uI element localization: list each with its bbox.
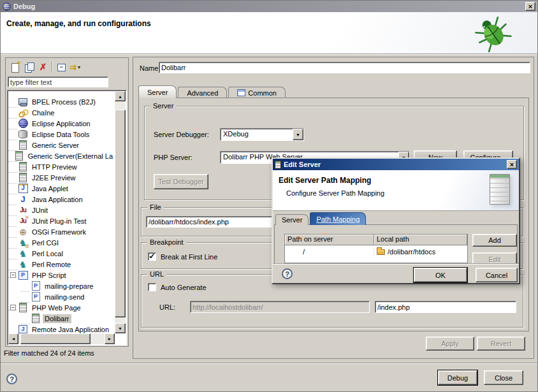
- tree-item-label: mailing-prepare: [43, 282, 95, 291]
- scroll-up-icon[interactable]: ▲: [115, 91, 126, 101]
- eclipse-logo-icon: [3, 3, 11, 11]
- server-icon: [31, 314, 41, 324]
- close-button[interactable]: Close: [484, 370, 523, 385]
- perl-icon: [18, 249, 28, 259]
- tree-collapse-icon[interactable]: −: [10, 305, 16, 310]
- test-debugger-button[interactable]: Test Debugger: [154, 174, 208, 189]
- tree-item-j2ee-preview[interactable]: J2EE Preview: [8, 172, 115, 183]
- tree-item-label: Generic Server: [30, 141, 81, 150]
- name-label: Name:: [140, 64, 160, 72]
- collapse-all-icon[interactable]: [55, 62, 66, 73]
- auto-generate-checkbox[interactable]: [148, 283, 156, 291]
- tree-item-junit-plug-in-test[interactable]: JUnit Plug-in Test: [8, 215, 115, 226]
- scroll-down-icon[interactable]: ▼: [115, 323, 126, 333]
- tree-item-generic-server-external-la[interactable]: Generic Server(External La: [8, 150, 115, 161]
- filter-icon[interactable]: [69, 62, 80, 73]
- vertical-scroll-thumb[interactable]: [115, 110, 126, 317]
- tree-item-cha-ne[interactable]: Chaîne: [8, 107, 115, 118]
- duplicate-icon[interactable]: [24, 62, 34, 73]
- tree-item-generic-server[interactable]: Generic Server: [8, 140, 115, 150]
- dialog-tab-path-mapping[interactable]: Path Mapping: [310, 212, 366, 225]
- dialog-heading: Edit Server Path Mapping: [273, 170, 519, 185]
- dialog-tab-server[interactable]: Server: [275, 214, 309, 225]
- toolbar-separator: [52, 62, 52, 72]
- delete-icon[interactable]: [38, 62, 48, 73]
- tree-vertical-scrollbar[interactable]: ▲ ▼: [115, 91, 126, 333]
- tree-item-dolibarr[interactable]: Dolibarr: [8, 313, 115, 324]
- filter-input[interactable]: [8, 76, 108, 87]
- tree-item-mailing-prepare[interactable]: mailing-prepare: [8, 280, 115, 291]
- ok-button[interactable]: OK: [414, 268, 467, 282]
- dialog-titlebar: Edit Server: [273, 159, 519, 170]
- dialog-help-icon[interactable]: ?: [282, 268, 293, 279]
- php-file-icon: [31, 281, 41, 291]
- tree-item-java-application[interactable]: Java Application: [8, 194, 115, 205]
- column-path-on-server[interactable]: Path on server: [285, 235, 374, 245]
- filter-status-text: Filter matched 24 of 24 items: [4, 349, 94, 357]
- tree-item-label: J2EE Preview: [30, 173, 77, 182]
- table-row[interactable]: / /dolibarr/htdocs: [285, 245, 467, 258]
- url-label: URL:: [159, 303, 175, 311]
- tree-item-java-applet[interactable]: Java Applet: [8, 183, 115, 194]
- column-local-path[interactable]: Local path: [374, 235, 467, 245]
- break-first-line-checkbox[interactable]: [148, 252, 156, 261]
- tree-item-perl-remote[interactable]: Perl Remote: [8, 259, 115, 270]
- tree-item-label: PHP Web Page: [30, 303, 83, 312]
- tab-advanced[interactable]: Advanced: [178, 87, 227, 98]
- tree-item-label: mailing-send: [43, 293, 86, 301]
- window-close-icon[interactable]: [525, 2, 535, 11]
- tree-item-http-preview[interactable]: HTTP Preview: [8, 161, 115, 172]
- name-input[interactable]: [159, 62, 530, 73]
- php-file-icon: [31, 292, 41, 302]
- new-config-icon[interactable]: [10, 62, 20, 73]
- help-icon[interactable]: ?: [6, 374, 17, 384]
- tree-collapse-icon[interactable]: −: [10, 272, 16, 278]
- tree-item-remote-java-application[interactable]: Remote Java Application: [8, 324, 115, 333]
- server-icon: [18, 140, 28, 150]
- bug-icon: [475, 14, 512, 52]
- revert-button[interactable]: Revert: [477, 337, 525, 351]
- server-icon: [18, 173, 28, 183]
- tree-item-bpel-process-b2j[interactable]: BPEL Process (B2J): [8, 96, 115, 107]
- tree-item-osgi-framework[interactable]: OSGi Framework: [8, 226, 115, 237]
- break-first-line-label: Break at First Line: [161, 253, 217, 261]
- tree-item-label: Perl CGI: [30, 238, 61, 247]
- server-icon: [18, 162, 28, 172]
- dialog-header: Edit Server Path Mapping Configure Serve…: [273, 170, 519, 211]
- server-icon: [14, 151, 24, 161]
- url-path-input[interactable]: [375, 301, 516, 313]
- junit-plugin-icon: [18, 216, 28, 226]
- add-mapping-button[interactable]: Add: [472, 234, 517, 247]
- banner-title: Create, manage, and run configurations: [1, 12, 537, 28]
- scroll-right-icon[interactable]: ►: [105, 333, 115, 344]
- tree-item-perl-cgi[interactable]: Perl CGI: [8, 237, 115, 248]
- tree-horizontal-scrollbar[interactable]: ◄ ►: [8, 333, 115, 344]
- tree-item-eclipse-application[interactable]: Eclipse Application: [8, 118, 115, 129]
- tree-item-junit[interactable]: JUnit: [8, 205, 115, 215]
- osgi-icon: [18, 227, 28, 237]
- tree-item-eclipse-data-tools[interactable]: Eclipse Data Tools: [8, 129, 115, 140]
- debug-button[interactable]: Debug: [438, 370, 477, 385]
- tree-item-php-web-page[interactable]: −PHP Web Page: [8, 302, 115, 313]
- server-tower-icon: [490, 174, 510, 205]
- chevron-down-icon[interactable]: [293, 129, 303, 140]
- dialog-close-icon[interactable]: [507, 160, 517, 169]
- tree-item-perl-local[interactable]: Perl Local: [8, 248, 115, 259]
- tab-server[interactable]: Server: [138, 85, 177, 98]
- cancel-button[interactable]: Cancel: [476, 268, 518, 282]
- tree-item-mailing-send[interactable]: mailing-send: [8, 291, 115, 302]
- remote-java-icon: [18, 324, 28, 334]
- tree-item-php-script[interactable]: −PHP Script: [8, 270, 115, 280]
- tab-common[interactable]: Common: [228, 87, 286, 98]
- database-icon: [18, 129, 28, 140]
- php-server-label: PHP Server:: [154, 154, 193, 161]
- file-group-label: File: [147, 203, 164, 211]
- url-base-input: [190, 301, 370, 313]
- configurations-panel: BPEL Process (B2J)ChaîneEclipse Applicat…: [5, 57, 129, 347]
- tree-item-label: Chaîne: [30, 108, 56, 117]
- apply-button[interactable]: Apply: [426, 337, 474, 351]
- scroll-left-icon[interactable]: ◄: [8, 333, 18, 344]
- server-debugger-select[interactable]: XDebug: [220, 128, 304, 141]
- auto-generate-label: Auto Generate: [161, 284, 207, 291]
- horizontal-scroll-thumb[interactable]: [20, 333, 91, 344]
